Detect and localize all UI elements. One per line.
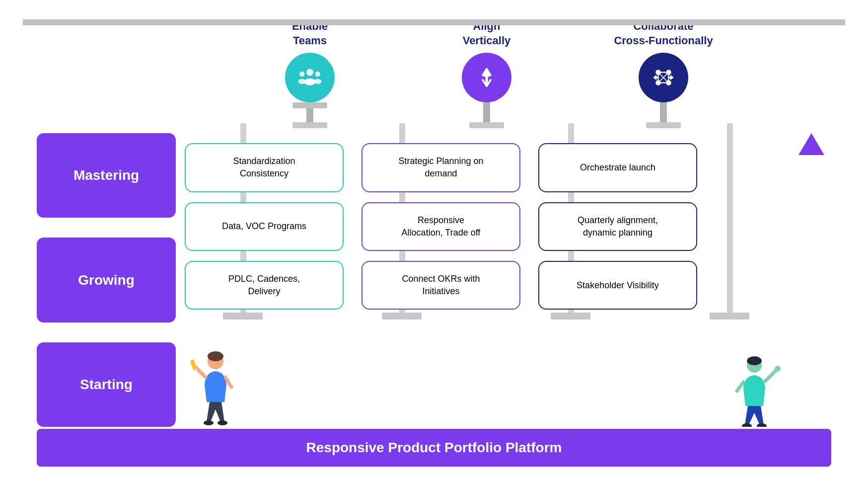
svg-point-1 — [304, 79, 316, 85]
svg-point-3 — [298, 79, 306, 84]
figure-right — [727, 352, 782, 427]
progress-arrow — [792, 128, 831, 204]
card-standardization: StandardizationConsistency — [185, 143, 344, 192]
arrows-updown-icon — [473, 64, 501, 91]
card-responsive: ResponsiveAllocation, Trade off — [362, 202, 520, 251]
col1-cards: StandardizationConsistency Data, VOC Pro… — [185, 133, 344, 320]
col2-cards: Strategic Planning ondemand ResponsiveAl… — [362, 133, 520, 320]
col3-cards: Orchestrate launch Quarterly alignment,d… — [538, 133, 697, 320]
figure-left-svg — [191, 347, 240, 427]
svg-point-23 — [204, 420, 214, 425]
svg-point-4 — [315, 72, 321, 77]
svg-point-29 — [775, 366, 781, 372]
svg-line-25 — [225, 377, 231, 387]
col1-icon-wrap — [230, 53, 389, 128]
team-icon-circle — [285, 53, 335, 102]
col3-icon-wrap — [584, 53, 743, 128]
main-container: EnableTeams AlignVertically CollaborateC… — [37, 19, 831, 467]
figure-right-svg — [727, 352, 782, 427]
bottom-bar: Responsive Product Portfolio Platform — [37, 429, 831, 467]
col2-icon-wrap — [407, 53, 566, 128]
cards-grid: StandardizationConsistency Data, VOC Pro… — [176, 128, 792, 359]
arrows-icon-circle — [462, 53, 511, 102]
levels-column: Mastering Growing Starting — [37, 128, 176, 467]
svg-point-32 — [757, 423, 767, 427]
network-icon-circle — [639, 53, 688, 102]
svg-line-20 — [196, 367, 206, 377]
card-orchestrate: Orchestrate launch — [538, 143, 697, 192]
main-area: Mastering Growing Starting Standardizati… — [37, 128, 831, 467]
card-strategic: Strategic Planning ondemand — [362, 143, 520, 192]
svg-point-24 — [217, 420, 227, 425]
figure-left — [191, 347, 240, 427]
svg-point-5 — [314, 79, 322, 84]
icons-row — [37, 53, 831, 128]
card-pdlc: PDLC, Cadences,Delivery — [185, 261, 344, 310]
svg-point-31 — [742, 423, 752, 427]
level-mastering: Mastering — [37, 133, 176, 218]
card-voc: Data, VOC Programs — [185, 202, 344, 251]
card-stakeholder: Stakeholder Visibility — [538, 261, 697, 310]
card-okrs: Connect OKRs withInitiatives — [362, 261, 520, 310]
svg-point-27 — [747, 356, 762, 365]
team-icon — [296, 64, 324, 91]
card-quarterly: Quarterly alignment,dynamic planning — [538, 202, 697, 251]
svg-line-28 — [765, 370, 777, 381]
svg-point-2 — [299, 72, 305, 77]
svg-line-30 — [737, 382, 743, 391]
level-growing: Growing — [37, 238, 176, 322]
level-starting: Starting — [37, 342, 176, 427]
network-icon — [650, 64, 677, 91]
svg-point-0 — [306, 69, 313, 76]
svg-point-19 — [208, 351, 223, 361]
arrow-head — [798, 133, 824, 155]
